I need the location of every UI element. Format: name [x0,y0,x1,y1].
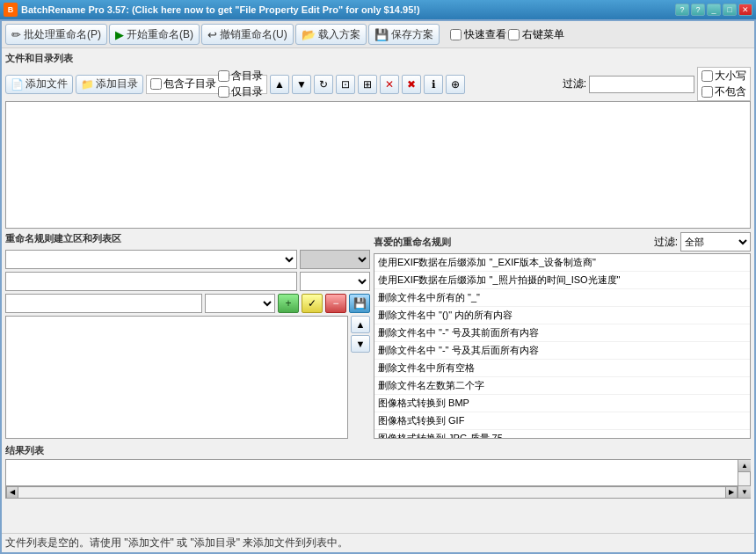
v-scroll-track [738,472,750,485]
rule-builder-title: 重命名规则建立区和列表区 [5,232,370,245]
result-box[interactable]: ◀ ▶ [5,459,738,499]
result-section: 结果列表 ◀ ▶ ▲ ▼ [5,444,751,499]
rule-select-3[interactable] [300,272,370,291]
case-check[interactable]: 大小写 [701,69,746,84]
list-item[interactable]: 使用EXIF数据在后缀添加 "_EXIF版本_设备制造商" [374,254,750,272]
rule-up-btn[interactable]: ▲ [351,316,370,333]
toolbar: ✏ 批处理重命名(P) ▶ 开始重命名(B) ↩ 撤销重命名(U) 📂 载入方案… [2,21,754,48]
right-menu-check[interactable]: 右键菜单 [508,27,564,42]
include-dir-check[interactable]: 含目录 [218,69,263,84]
list-item[interactable]: 删除文件名左数第二个字 [374,377,750,395]
only-dir-check[interactable]: 仅目录 [218,84,263,99]
favorites-filter-label: 过滤: [654,235,678,250]
filter-label: 过滤: [563,77,586,91]
rule-side-buttons: ▲ ▼ [351,316,370,439]
scroll-left-btn[interactable]: ◀ [6,486,18,499]
favorites-header: 喜爱的重命名规则 过滤: 全部自定义 [374,232,751,251]
file-list-box[interactable] [5,101,751,229]
list-item[interactable]: 使用EXIF数据在后缀添加 "_照片拍摄的时间_ISO光速度" [374,272,750,289]
close-btn[interactable]: ✕ [738,4,752,16]
rule-input-1[interactable] [5,272,297,291]
rename-icon: ✏ [11,28,21,41]
filter-input[interactable] [589,76,694,93]
move-down-btn[interactable]: ▼ [292,75,311,94]
rule-textarea-area: ▲ ▼ [5,316,370,439]
favorites-title: 喜爱的重命名规则 [374,236,451,249]
include-sub-check[interactable]: 包含子目录 [150,77,216,91]
rule-row-2 [5,272,370,291]
favorites-filter-select[interactable]: 全部自定义 [680,232,751,251]
file-section-title: 文件和目录列表 [5,52,751,65]
main-window: ✏ 批处理重命名(P) ▶ 开始重命名(B) ↩ 撤销重命名(U) 📂 载入方案… [0,19,756,554]
favorites-panel: 喜爱的重命名规则 过滤: 全部自定义 使用EXIF数据在后缀添加 "_EXIF版… [374,232,751,439]
start-rename-btn[interactable]: ▶ 开始重命名(B) [109,24,200,45]
v-scrollbar[interactable]: ▲ ▼ [738,459,751,499]
add-dir-btn[interactable]: 📁 添加目录 [76,75,143,94]
not-contain-check[interactable]: 不包含 [701,84,746,99]
filter-group: 过滤: [563,76,694,93]
result-title: 结果列表 [5,444,751,457]
add-file-icon: 📄 [11,78,24,91]
quick-view-checkbox[interactable] [450,29,462,40]
rule-textarea[interactable] [5,316,348,439]
favorites-list[interactable]: 使用EXIF数据在后缀添加 "_EXIF版本_设备制造商"使用EXIF数据在后缀… [374,253,751,439]
add-dir-icon: 📁 [81,78,94,91]
save-rule-btn[interactable]: 💾 [349,294,370,313]
app-icon: B [4,3,18,17]
content-area: 文件和目录列表 📄 添加文件 📁 添加目录 包含子目录 [2,48,754,533]
favorites-filter: 过滤: 全部自定义 [654,232,751,251]
h-scrollbar[interactable]: ◀ ▶ [6,485,738,498]
list-item[interactable]: 删除文件名中所有空格 [374,360,750,377]
title-bar: B BatchRename Pro 3.57: (Click here now … [0,0,756,19]
delete-all-btn[interactable]: ✖ [402,75,421,94]
list-item[interactable]: 图像格式转换到 JPG 质量 75 [374,430,750,439]
dir-options: 包含子目录 含目录 仅目录 [146,75,267,94]
list-item[interactable]: 删除文件名中 "()" 内的所有内容 [374,307,750,324]
rule-input-2[interactable] [5,294,202,313]
delete-btn[interactable]: ✕ [380,75,399,94]
help-btn[interactable]: ? [675,4,689,16]
rule-select-2[interactable] [300,250,370,269]
maximize-btn[interactable]: □ [723,4,737,16]
remove-rule-btn[interactable]: − [325,294,346,313]
start-icon: ▶ [115,28,124,41]
load-scheme-btn[interactable]: 📂 载入方案 [295,24,367,45]
confirm-rule-btn[interactable]: ✓ [302,294,323,313]
list-item[interactable]: 删除文件名中 "-" 号及其前面所有内容 [374,324,750,342]
save-scheme-btn[interactable]: 💾 保存方案 [368,24,440,45]
info-btn[interactable]: ℹ [424,75,443,94]
help2-btn[interactable]: ? [691,4,705,16]
copy-btn[interactable]: ⊡ [336,75,355,94]
refresh-btn[interactable]: ↻ [314,75,333,94]
list-item[interactable]: 删除文件名中 "-" 号及其后面所有内容 [374,342,750,360]
v-scroll-down-btn[interactable]: ▼ [738,485,751,498]
add-file-btn[interactable]: 📄 添加文件 [5,75,73,94]
h-scrollbar-track[interactable] [18,486,725,499]
load-icon: 📂 [302,28,316,41]
bottom-section: 重命名规则建立区和列表区 + ✓ − 💾 [5,232,751,439]
rule-select-4[interactable] [205,294,275,313]
title-bar-text: BatchRename Pro 3.57: (Click here now to… [21,4,420,15]
list-item[interactable]: 图像格式转换到 BMP [374,395,750,412]
scroll-right-btn[interactable]: ▶ [725,486,738,499]
rule-down-btn[interactable]: ▼ [351,335,370,353]
rule-select-1[interactable] [5,250,297,269]
undo-rename-btn[interactable]: ↩ 撤销重命名(U) [201,24,294,45]
minimize-btn[interactable]: _ [707,4,721,16]
paste-btn[interactable]: ⊞ [358,75,377,94]
rule-builder: 重命名规则建立区和列表区 + ✓ − 💾 [5,232,370,439]
extra-btn[interactable]: ⊕ [446,75,465,94]
result-inner [6,460,738,485]
title-bar-controls: ? ? _ □ ✕ [675,4,752,16]
file-toolbar: 📄 添加文件 📁 添加目录 包含子目录 含目录 [5,67,751,101]
v-scroll-up-btn[interactable]: ▲ [738,460,751,472]
save-icon: 💾 [374,28,389,41]
list-item[interactable]: 删除文件名中所有的 "_" [374,289,750,307]
move-up-btn[interactable]: ▲ [270,75,289,94]
file-section: 文件和目录列表 📄 添加文件 📁 添加目录 包含子目录 [5,52,751,229]
quick-view-check[interactable]: 快速查看 [450,27,506,42]
list-item[interactable]: 图像格式转换到 GIF [374,412,750,430]
right-menu-checkbox[interactable] [508,29,520,40]
batch-rename-btn[interactable]: ✏ 批处理重命名(P) [5,24,107,45]
add-rule-btn[interactable]: + [278,294,299,313]
